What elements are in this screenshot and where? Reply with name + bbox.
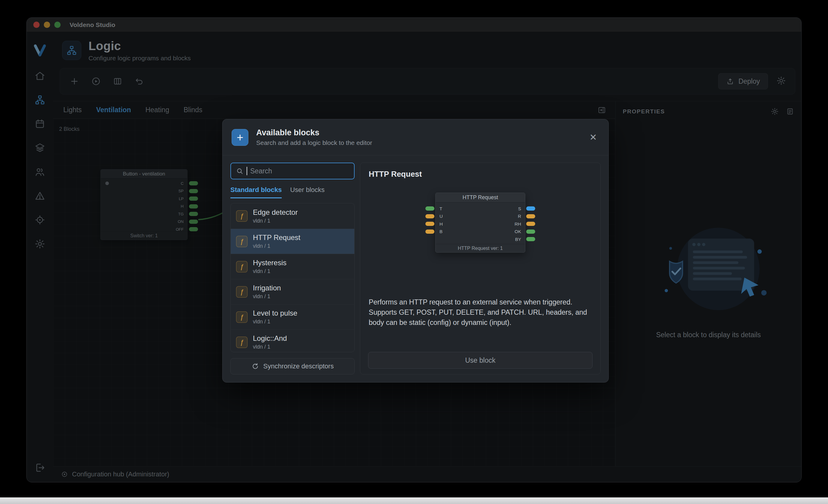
use-block-button[interactable]: Use block: [368, 352, 592, 369]
block-detail-panel: HTTP Request HTTP Request T U H B S: [360, 163, 601, 374]
preview-input-port: T: [436, 206, 443, 211]
function-block-icon: ƒ: [236, 236, 248, 247]
search-input[interactable]: [250, 167, 349, 175]
port-connector: [425, 222, 434, 226]
block-list-item-edge-detector[interactable]: ƒ Edge detector vldn / 1: [231, 203, 354, 228]
preview-output-port: RH: [514, 222, 525, 226]
block-list-item-irrigation[interactable]: ƒ Irrigation vldn / 1: [231, 279, 354, 304]
tab-standard-blocks[interactable]: Standard blocks: [231, 186, 282, 198]
port-connector: [425, 229, 434, 234]
preview-input-port: U: [436, 214, 443, 218]
function-block-icon: ƒ: [236, 210, 248, 222]
port-connector: [526, 237, 535, 241]
port-connector: [526, 206, 535, 211]
port-connector: [425, 214, 434, 218]
preview-node-title: HTTP Request: [436, 193, 525, 203]
block-list: ƒ Edge detector vldn / 1 ƒ HTTP Request …: [231, 203, 355, 352]
sync-icon: [251, 363, 259, 370]
function-block-icon: ƒ: [236, 261, 248, 272]
preview-output-port: R: [514, 214, 525, 218]
block-list-item-http-request[interactable]: ƒ HTTP Request vldn / 1: [231, 228, 354, 254]
block-detail-title: HTTP Request: [369, 169, 592, 179]
available-blocks-modal: + Available blocks Search and add a logi…: [222, 119, 609, 382]
synchronize-descriptors-button[interactable]: Synchronize descriptors: [231, 358, 355, 374]
modal-subtitle: Search and add a logic block to the edit…: [256, 139, 372, 146]
preview-output-port: S: [514, 206, 525, 211]
block-source-tabs: Standard blocks User blocks: [231, 186, 355, 198]
desktop: Voldeno Studio: [0, 0, 828, 504]
close-icon[interactable]: ✕: [587, 130, 599, 145]
tab-user-blocks[interactable]: User blocks: [290, 186, 325, 198]
function-block-icon: ƒ: [236, 337, 248, 348]
text-caret: [247, 167, 247, 175]
port-connector: [526, 214, 535, 218]
block-preview-node: HTTP Request T U H B S R RH: [435, 193, 525, 253]
modal-title: Available blocks: [256, 128, 372, 137]
modal-plus-icon: +: [232, 129, 248, 146]
preview-output-port: OK: [514, 229, 525, 234]
search-icon: [236, 167, 244, 175]
function-block-icon: ƒ: [236, 311, 248, 323]
preview-node-footer: HTTP Request ver: 1: [436, 244, 525, 252]
block-search: [231, 163, 355, 179]
preview-output-port: BY: [514, 237, 525, 241]
block-description: Performs an HTTP request to an external …: [368, 297, 592, 328]
port-connector: [425, 206, 434, 211]
app-window: Voldeno Studio: [27, 17, 801, 482]
port-connector: [526, 229, 535, 234]
desktop-dock-strip: [0, 497, 828, 504]
preview-input-port: B: [436, 229, 443, 234]
preview-input-port: H: [436, 222, 443, 226]
function-block-icon: ƒ: [236, 286, 248, 298]
block-list-item-logic-and[interactable]: ƒ Logic::And vldn / 1: [231, 329, 354, 352]
port-connector: [526, 222, 535, 226]
block-list-item-level-to-pulse[interactable]: ƒ Level to pulse vldn / 1: [231, 304, 354, 329]
block-list-item-hysteresis[interactable]: ƒ Hysteresis vldn / 1: [231, 254, 354, 279]
